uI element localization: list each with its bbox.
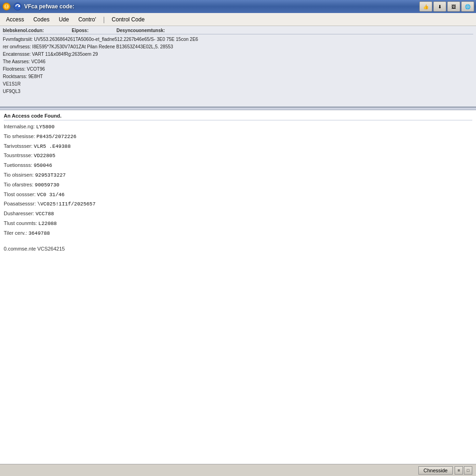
detail-label: Tiler cerv.: — [4, 230, 28, 236]
top-info-line: Flootrsess: VCOT96 — [3, 66, 473, 73]
section-gap — [4, 238, 472, 244]
detail-field-line: Tio ofarstres: 90059730 — [4, 180, 472, 190]
menu-contro[interactable]: Contro' — [74, 14, 100, 25]
app-icon-2 — [13, 2, 22, 11]
detail-field-line: Tlust counmts: L22088 — [4, 219, 472, 229]
detail-label: Tarivotssser: — [4, 143, 34, 149]
detail-field-line: Tuetionssss: 950046 — [4, 161, 472, 171]
status-icon-1[interactable]: ≡ — [455, 466, 463, 475]
menu-ude[interactable]: Ude — [54, 14, 73, 25]
title-left: ! VFca pefwae code: — [2, 2, 74, 11]
top-info-line: rer onvfrsess: I8E595*7KJ530V7A01ZAt Pil… — [3, 43, 473, 51]
detail-field-line: Tlost oossser: VC0 31/46 — [4, 190, 472, 200]
menu-control-code[interactable]: Control Code — [107, 14, 149, 25]
detail-field-line: Tarivotssser: VLR5 .E49388 — [4, 142, 472, 152]
detail-label: Tio srhesisse: — [4, 133, 37, 139]
detail-value: VC0 31/46 — [37, 192, 65, 198]
title-text: VFca pefwae code: — [24, 3, 74, 10]
top-info-line: Rocktsarss: 9E8HT — [3, 73, 473, 80]
detail-value: \VC025!1I1f/2025657 — [37, 201, 95, 207]
detail-field-line: Tio olssirsen: 92953T3227 — [4, 171, 472, 180]
top-panel-header: blebskenol.codun: Eiposs: Desyncouonemtu… — [3, 28, 473, 34]
detail-label: Tousntrssse: — [4, 152, 34, 158]
detail-label: Internalse.ng: — [4, 124, 36, 129]
menu-codes[interactable]: Codes — [29, 14, 54, 25]
detail-value: VLR5 .E49388 — [34, 144, 71, 149]
svg-point-3 — [14, 3, 21, 10]
status-button[interactable]: Chnesside — [418, 466, 453, 475]
top-info-line: Encatenssse: VART 11&x084fRg:2635oem 29 — [3, 51, 473, 58]
top-info-line: Fvvmfagtsrsiit: UV553.2636864261TA5060o-… — [3, 36, 473, 43]
title-btn-thumbsup[interactable]: 👍 — [419, 1, 432, 12]
comment-line: 0.commse.nte VCS264215 — [4, 246, 472, 251]
detail-label: Tlust counmts: — [4, 220, 39, 226]
title-btn-web[interactable]: 🌐 — [461, 1, 474, 12]
bottom-panel-header: An Access code Found. — [4, 113, 472, 120]
top-info-line: The Aasrses: VC046 — [3, 58, 473, 66]
detail-field-line: Internalse.ng: LY5800 — [4, 122, 472, 132]
detail-value: P8435/2072226 — [37, 134, 77, 139]
detail-value: 92953T3227 — [35, 172, 66, 178]
menu-bar: Access Codes Ude Contro' | Control Code — [0, 13, 476, 26]
app-icon-1: ! — [2, 2, 11, 11]
detail-field-line: Tousntrssse: VD22805 — [4, 151, 472, 161]
status-icon-area: ≡ □ — [455, 466, 472, 475]
status-bar: Chnesside ≡ □ — [0, 464, 476, 476]
menu-access[interactable]: Access — [2, 14, 28, 25]
svg-text:!: ! — [6, 4, 7, 9]
detail-value: L22088 — [39, 221, 57, 226]
header-col3: Desyncouonemtunsk: — [116, 28, 165, 33]
top-panel: blebskenol.codun: Eiposs: Desyncouonemtu… — [0, 26, 476, 107]
title-bar: ! VFca pefwae code: 👍 ⬇ 🖼 🌐 — [0, 0, 476, 13]
menu-separator: | — [101, 16, 107, 23]
detail-label: Tuetionssss: — [4, 162, 33, 168]
title-btn-down[interactable]: ⬇ — [433, 1, 446, 12]
detail-field-line: Tio srhesisse: P8435/2072226 — [4, 132, 472, 142]
detail-field-line: Tiler cerv.: 3649788 — [4, 229, 472, 238]
detail-label: Dusharesser: — [4, 211, 35, 216]
detail-value: VD22805 — [34, 153, 55, 159]
title-btn-folder[interactable]: 🖼 — [447, 1, 460, 12]
detail-field-line: Poasatsesssr: \VC025!1I1f/2025657 — [4, 199, 472, 209]
top-info-line: UF9QL3 — [3, 88, 473, 95]
header-col1: blebskenol.codun: — [3, 28, 44, 33]
detail-label: Tio olssirsen: — [4, 172, 35, 178]
detail-field-line: Dusharesser: VCC788 — [4, 209, 472, 219]
content-area: blebskenol.codun: Eiposs: Desyncouonemtu… — [0, 26, 476, 464]
detail-value: 950046 — [33, 163, 52, 168]
status-icon-2[interactable]: □ — [464, 466, 472, 475]
bottom-panel-fields: Internalse.ng: LY5800Tio srhesisse: P843… — [4, 122, 472, 238]
detail-label: Poasatsesssr: — [4, 201, 37, 206]
detail-value: LY5800 — [36, 124, 55, 130]
detail-value: 90059730 — [35, 182, 60, 188]
top-info-line: VE1S1R — [3, 80, 473, 88]
bottom-panel: An Access code Found. Internalse.ng: LY5… — [0, 110, 476, 464]
detail-value: VCC788 — [35, 211, 54, 217]
top-panel-lines: Fvvmfagtsrsiit: UV553.2636864261TA5060o-… — [3, 36, 473, 95]
title-buttons: 👍 ⬇ 🖼 🌐 — [419, 1, 474, 12]
detail-value: 3649788 — [28, 231, 50, 236]
detail-label: Tio ofarstres: — [4, 182, 35, 187]
detail-label: Tlost oossser: — [4, 192, 37, 197]
header-col2: Eiposs: — [72, 28, 88, 33]
